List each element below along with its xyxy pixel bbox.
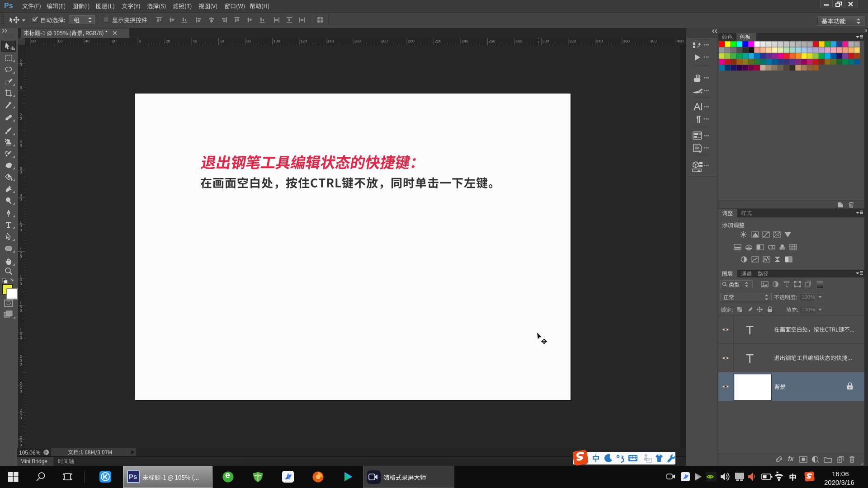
svg-text:100: 100 — [274, 39, 280, 43]
svg-text:0: 0 — [20, 85, 22, 90]
svg-text:0: 0 — [139, 39, 141, 43]
svg-text:320: 320 — [569, 39, 576, 43]
svg-text:80: 80 — [31, 39, 36, 43]
svg-text:240: 240 — [462, 39, 468, 43]
svg-text:80: 80 — [246, 39, 251, 43]
svg-text:0: 0 — [20, 335, 22, 340]
svg-text:180: 180 — [381, 39, 388, 43]
svg-text:160: 160 — [354, 39, 361, 43]
svg-text:360: 360 — [623, 39, 630, 43]
svg-text:120: 120 — [300, 39, 307, 43]
svg-text:60: 60 — [220, 39, 224, 43]
svg-text:0: 0 — [20, 254, 22, 259]
svg-text:0: 0 — [20, 228, 22, 232]
svg-text:60: 60 — [58, 39, 63, 43]
svg-text:280: 280 — [515, 39, 522, 43]
svg-text:0: 0 — [20, 362, 22, 366]
svg-text:400: 400 — [677, 39, 684, 43]
svg-text:20: 20 — [112, 39, 117, 43]
svg-text:0: 0 — [20, 443, 22, 447]
svg-text:0: 0 — [20, 282, 22, 286]
svg-text:380: 380 — [650, 39, 657, 43]
svg-text:140: 140 — [327, 39, 334, 43]
svg-text:40: 40 — [85, 39, 90, 43]
svg-text:0: 0 — [20, 116, 22, 121]
svg-text:0: 0 — [20, 389, 22, 394]
svg-text:0: 0 — [20, 170, 22, 174]
svg-text:0: 0 — [20, 143, 22, 148]
svg-text:200: 200 — [408, 39, 415, 43]
svg-text:0: 0 — [20, 197, 22, 202]
svg-text:300: 300 — [542, 39, 549, 43]
svg-text:0: 0 — [20, 308, 22, 313]
svg-text:340: 340 — [596, 39, 603, 43]
svg-text:0: 0 — [20, 416, 22, 420]
svg-text:260: 260 — [489, 39, 495, 43]
svg-text:0: 0 — [20, 62, 22, 67]
svg-text:220: 220 — [435, 39, 442, 43]
svg-text:40: 40 — [193, 39, 197, 43]
svg-text:20: 20 — [166, 39, 170, 43]
